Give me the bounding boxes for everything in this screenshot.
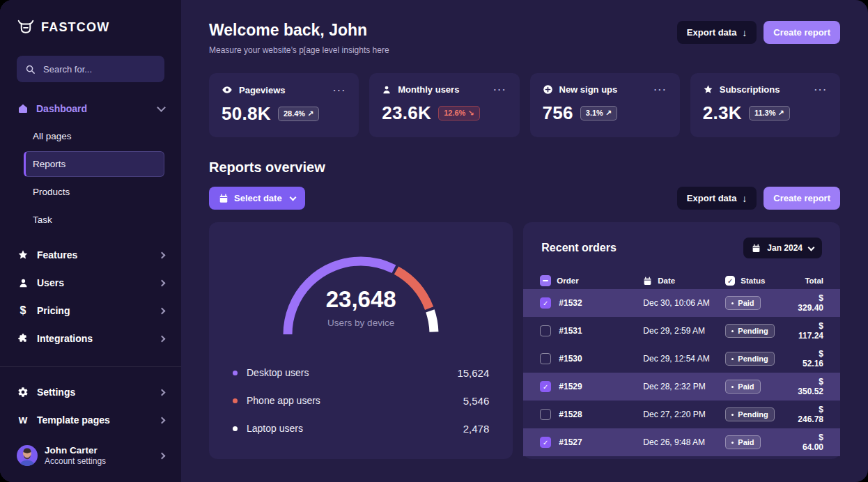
stat-value: 756 [543, 102, 573, 124]
chevron-down-icon [289, 194, 296, 201]
sidebar-item-template-pages[interactable]: w Template pages [17, 406, 164, 434]
legend-item-desktop: Desktop users 15,624 [233, 359, 489, 387]
order-row[interactable]: #1531 Dec 29, 2:59 AM Pending $ 117.24 [523, 317, 840, 345]
legend-item-phone: Phone app users 5,546 [233, 387, 489, 414]
search-box[interactable] [17, 56, 164, 82]
row-checkbox[interactable] [540, 437, 551, 448]
more-options-button[interactable]: ··· [333, 85, 346, 95]
brand-logo[interactable]: FASTCOW [17, 18, 164, 36]
order-id: #1529 [559, 382, 582, 391]
sidebar-item-users[interactable]: Users [17, 269, 164, 297]
star-icon [703, 84, 713, 95]
stat-cards: Pageviews ··· 50.8K 28.4% ↗ Monthly us [209, 73, 840, 137]
export-data-button[interactable]: Export data ↓ [677, 187, 757, 210]
page-title: Welcome back, John [209, 21, 389, 40]
chevron-right-icon [159, 251, 166, 258]
stat-label: Pageviews [239, 85, 286, 95]
sidebar-item-label: Dashboard [36, 103, 87, 114]
legend-dot [233, 426, 238, 431]
plus-circle-icon [543, 84, 553, 95]
row-checkbox[interactable] [540, 409, 551, 420]
order-row[interactable]: #1527 Dec 26, 9:48 AM Paid $ 64.00 [523, 428, 840, 456]
stat-label: Monthly users [398, 84, 459, 95]
status-badge: Paid [725, 435, 760, 449]
create-report-button[interactable]: Create report [764, 187, 840, 210]
order-id: #1530 [559, 354, 582, 364]
sidebar-item-reports[interactable]: Reports [24, 151, 164, 177]
sidebar-item-products[interactable]: Products [24, 179, 164, 205]
webflow-icon: w [17, 414, 29, 426]
more-options-button[interactable]: ··· [814, 84, 828, 95]
order-date: Dec 26, 9:48 AM [643, 437, 725, 447]
order-row[interactable]: #1530 Dec 29, 12:54 AM Pending $ 52.16 [523, 345, 840, 373]
trend-arrow-icon: ↗ [605, 109, 612, 117]
sidebar-item-integrations[interactable]: Integrations [17, 325, 164, 352]
sidebar-item-settings[interactable]: Settings [17, 378, 164, 406]
order-date: Dec 30, 10:06 AM [643, 298, 725, 308]
user-icon [17, 278, 29, 288]
order-date: Dec 29, 2:59 AM [643, 326, 725, 336]
sidebar-item-all-pages[interactable]: All pages [24, 123, 164, 149]
app-window: FASTCOW Dashboard All pages [0, 0, 868, 482]
export-data-button[interactable]: Export data ↓ [677, 21, 757, 44]
main-content: Welcome back, John Measure your website’… [181, 0, 868, 482]
status-badge: Paid [725, 296, 760, 310]
search-input[interactable] [42, 63, 156, 75]
chevron-right-icon [159, 452, 166, 459]
row-checkbox[interactable] [540, 325, 551, 336]
search-icon [25, 64, 36, 75]
order-row[interactable]: #1532 Dec 30, 10:06 AM Paid $ 329.40 [523, 289, 840, 317]
sidebar-item-dashboard[interactable]: Dashboard [17, 103, 164, 114]
order-total: $ 246.78 [798, 405, 823, 424]
download-icon: ↓ [742, 27, 747, 38]
order-total: $ 329.40 [798, 293, 823, 313]
legend-item-laptop: Laptop users 2,478 [233, 414, 489, 442]
users-by-device-chart: 23,648 Users by device Desktop users 15,… [209, 222, 513, 459]
chevron-down-icon [157, 103, 166, 112]
delta-badge: 12.6% ↘ [438, 106, 479, 120]
order-id: #1532 [559, 298, 582, 308]
order-total: $ 350.52 [798, 377, 823, 396]
dollar-icon: $ [17, 304, 29, 317]
brand-name: FASTCOW [41, 20, 109, 35]
calendar-icon [643, 277, 652, 286]
order-total: $ 64.00 [798, 433, 823, 452]
sidebar-item-features[interactable]: Features [17, 241, 164, 269]
row-checkbox[interactable] [540, 381, 551, 392]
row-checkbox[interactable] [540, 353, 551, 364]
month-select-button[interactable]: Jan 2024 [743, 238, 822, 258]
delta-badge: 11.3% ↗ [749, 106, 790, 120]
select-all-checkbox[interactable] [540, 275, 551, 286]
order-row[interactable]: #1528 Dec 27, 2:20 PM Pending $ 246.78 [523, 401, 840, 428]
user-icon [382, 85, 392, 95]
stat-card-monthly-users: Monthly users ··· 23.6K 12.6% ↘ [369, 73, 519, 137]
stat-label: Subscriptions [720, 84, 780, 95]
order-total: $ 117.24 [798, 321, 823, 341]
puzzle-icon [17, 333, 29, 344]
order-date: Dec 29, 12:54 AM [643, 354, 725, 364]
fastcow-logo-icon [17, 18, 35, 36]
stat-card-new-sign-ups: New sign ups ··· 756 3.1% ↗ [530, 73, 680, 137]
dashboard-subnav: All pages Reports Products Task [17, 121, 164, 233]
stat-card-pageviews: Pageviews ··· 50.8K 28.4% ↗ [209, 73, 359, 137]
account-subtitle: Account settings [45, 456, 106, 467]
legend-dot [233, 371, 238, 375]
stat-card-subscriptions: Subscriptions ··· 2.3K 11.3% ↗ [690, 73, 840, 137]
order-row[interactable]: #1529 Dec 28, 2:32 PM Paid $ 350.52 [523, 373, 840, 401]
select-date-button[interactable]: Select date [209, 187, 305, 210]
more-options-button[interactable]: ··· [494, 84, 507, 95]
more-options-button[interactable]: ··· [654, 84, 667, 95]
stat-label: New sign ups [559, 84, 618, 95]
account-settings[interactable]: John Carter Account settings [17, 444, 164, 467]
sidebar-item-pricing[interactable]: $ Pricing [17, 297, 164, 325]
row-checkbox[interactable] [540, 297, 551, 309]
sidebar-item-task[interactable]: Task [24, 207, 164, 233]
orders-table-header: Order Date Status Total [523, 272, 840, 289]
trend-arrow-icon: ↗ [778, 109, 784, 117]
gauge-title: Users by device [277, 318, 444, 328]
create-report-button[interactable]: Create report [764, 21, 840, 44]
legend-dot [233, 398, 238, 403]
gauge-total: 23,648 [277, 286, 444, 313]
stat-value: 2.3K [703, 102, 742, 124]
calendar-icon [219, 194, 228, 203]
